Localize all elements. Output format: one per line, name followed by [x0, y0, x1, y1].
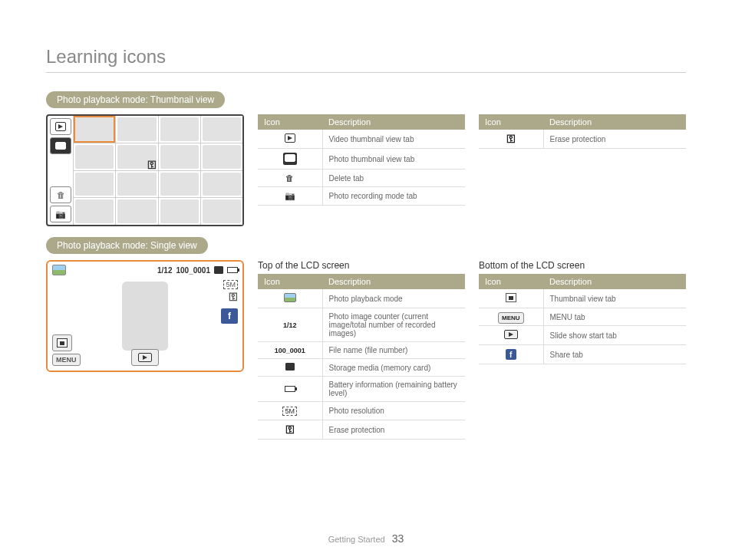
filename-icon-text: 100_0001 [258, 342, 322, 359]
lcd-thumbnail-view [46, 114, 244, 226]
playback-icon [284, 293, 296, 302]
desc: Share tab [543, 345, 686, 364]
share-button[interactable]: f [221, 308, 238, 324]
resolution-icon: 5M [282, 407, 297, 416]
camera-tab-button[interactable] [50, 206, 71, 222]
top-lcd-table: Top of the LCD screen IconDescription Ph… [258, 260, 465, 440]
photo-silhouette [122, 282, 168, 351]
top-lcd-label: Top of the LCD screen [258, 260, 465, 271]
counter-icon-text: 1/12 [258, 308, 322, 342]
bottom-lcd-label: Bottom of the LCD screen [479, 260, 686, 271]
delete-tab-button[interactable] [50, 186, 71, 203]
desc: Photo thumbnail view tab [322, 149, 465, 170]
page-number: 33 [392, 532, 404, 545]
grid-icon [506, 293, 516, 302]
video-thumbnail-tab-icon [285, 133, 295, 143]
desc: Battery information (remaining battery l… [322, 377, 465, 402]
page-footer: Getting Started 33 [0, 532, 732, 545]
desc: Video thumbnail view tab [322, 130, 465, 149]
slideshow-button[interactable] [131, 349, 159, 366]
desc: Erase protection [322, 420, 465, 440]
camera-icon [285, 191, 295, 200]
desc: Thumbnail view tab [543, 289, 686, 308]
desc: Erase protection [543, 130, 686, 149]
desc: Slide show start tab [543, 326, 686, 345]
desc: MENU tab [543, 308, 686, 326]
desc: Photo recording mode tab [322, 187, 465, 206]
thumbnail-icon-table-2: IconDescription Erase protection [479, 114, 686, 226]
card-icon [285, 363, 295, 371]
key-icon [285, 425, 295, 434]
slideshow-icon [504, 330, 518, 339]
trash-icon [285, 173, 294, 183]
menu-button[interactable]: MENU [52, 354, 81, 366]
thumbnail-icon-table-1: IconDescription Video thumbnail view tab… [258, 114, 465, 226]
thumbnail-grid [74, 116, 242, 225]
bottom-lcd-table: Bottom of the LCD screen IconDescription… [479, 260, 686, 440]
page-title: Learning icons [46, 46, 686, 73]
photo-thumbnail-tab-icon [283, 153, 297, 165]
desc: File name (file number) [322, 342, 465, 359]
desc: Photo resolution [322, 402, 465, 420]
lcd-single-view: 1/12 100_0001 5M MENU f [46, 260, 244, 372]
menu-icon: MENU [498, 312, 524, 324]
desc: Photo playback mode [322, 289, 465, 308]
thumbnail-view-button[interactable] [52, 334, 72, 351]
desc: Storage media (memory card) [322, 359, 465, 377]
footer-section: Getting Started [328, 535, 385, 544]
pill-thumbnail-heading: Photo playback mode: Thumbnail view [46, 91, 225, 108]
photo-tab-button[interactable] [50, 137, 71, 154]
desc: Photo image counter (current image/total… [322, 308, 465, 342]
battery-icon [285, 386, 295, 392]
desc: Delete tab [322, 170, 465, 187]
video-tab-button[interactable] [50, 118, 71, 135]
key-icon [506, 134, 516, 143]
key-icon [147, 160, 157, 170]
facebook-icon: f [506, 349, 516, 360]
pill-single-heading: Photo playback mode: Single view [46, 237, 208, 254]
